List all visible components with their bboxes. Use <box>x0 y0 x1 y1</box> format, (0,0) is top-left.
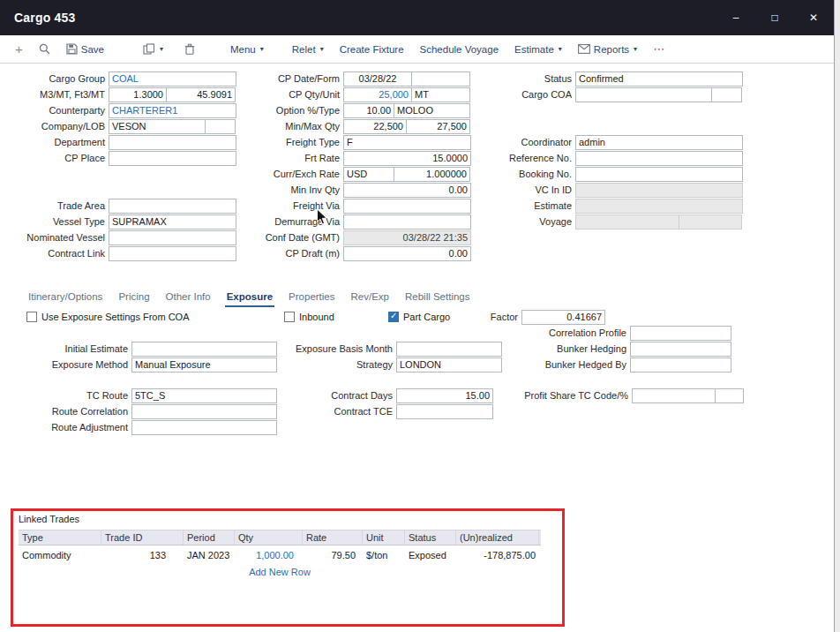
frt-rate-field[interactable]: 15.0000 <box>343 151 471 166</box>
maximize-icon[interactable]: □ <box>769 11 781 24</box>
use-coa-checkbox-row[interactable]: Use Exposure Settings From COA <box>26 310 190 324</box>
lob-field[interactable] <box>205 119 236 134</box>
currency-field[interactable]: USD <box>343 167 394 182</box>
nominated-vessel-field[interactable] <box>109 230 236 245</box>
cell-rate: 79.50 <box>303 550 363 561</box>
demurrage-via-field[interactable] <box>343 214 471 229</box>
linked-trade-row[interactable]: Commodity 133 JAN 2023 1,000.00 79.50 $/… <box>19 545 541 565</box>
col-header-status[interactable]: Status <box>405 530 456 545</box>
tc-route-field[interactable]: 5TC_S <box>131 388 277 403</box>
cp-place-field[interactable] <box>109 151 236 166</box>
more-button[interactable]: ⋯ <box>645 35 673 63</box>
freight-via-field[interactable] <box>343 199 471 214</box>
col-header-rate[interactable]: Rate <box>303 530 363 545</box>
col-header-qty[interactable]: Qty <box>235 530 303 545</box>
vessel-type-field[interactable]: SUPRAMAX <box>109 214 236 229</box>
option-type-field[interactable]: MOLOO <box>394 103 470 118</box>
minimize-icon[interactable]: – <box>730 11 742 24</box>
bunker-hedging-field[interactable] <box>630 342 731 357</box>
profit-share-code-field[interactable] <box>632 388 716 403</box>
schedule-voyage-button[interactable]: Schedule Voyage <box>412 35 507 63</box>
tab-rebill-settings[interactable]: Rebill Settings <box>403 290 472 307</box>
estimate-button[interactable]: Estimate ▾ <box>506 35 570 63</box>
profit-share-pct-field[interactable] <box>715 388 744 403</box>
cargo-editor-window: Cargo 453 – □ ✕ + Save ▾ Menu ▾ Relet ▾ <box>0 0 835 632</box>
menu-button[interactable]: Menu ▾ <box>222 35 272 63</box>
contract-tce-field[interactable] <box>396 404 493 419</box>
cp-unit-field[interactable]: MT <box>411 87 470 102</box>
cp-draft-field[interactable]: 0.00 <box>343 246 471 261</box>
cp-place-row: CP Place <box>7 150 236 166</box>
department-field[interactable] <box>109 135 236 150</box>
copy-button[interactable]: ▾ <box>135 35 171 63</box>
correlation-profile-field[interactable] <box>630 326 731 341</box>
search-button[interactable] <box>31 35 58 63</box>
demurrage-via-label: Demurrage Via <box>247 216 340 227</box>
delete-button[interactable] <box>176 35 203 63</box>
option-type-label: Option %/Type <box>247 105 340 116</box>
bunker-hedged-by-field[interactable] <box>630 357 731 372</box>
reports-button[interactable]: Reports ▾ <box>570 35 645 63</box>
contract-link-field[interactable] <box>109 246 236 261</box>
max-qty-field[interactable]: 27,500 <box>406 119 470 134</box>
col-header-unrealized[interactable]: (Un)realized <box>456 530 539 545</box>
min-inv-qty-field[interactable]: 0.00 <box>343 183 471 198</box>
voyage-field-1 <box>575 214 679 229</box>
trade-area-row: Trade Area <box>7 198 236 214</box>
menu-label: Menu <box>230 44 256 55</box>
initial-estimate-field[interactable] <box>131 342 277 357</box>
tab-properties[interactable]: Properties <box>287 290 336 307</box>
relet-button[interactable]: Relet ▾ <box>284 35 332 63</box>
freight-type-field[interactable]: F <box>343 135 471 150</box>
cell-qty-link[interactable]: 1,000.00 <box>235 550 303 561</box>
min-qty-field[interactable]: 22,500 <box>343 119 407 134</box>
col-header-unit[interactable]: Unit <box>363 530 405 545</box>
route-correlation-field[interactable] <box>131 404 277 419</box>
relet-dropdown-icon: ▾ <box>320 45 324 53</box>
tab-other-info[interactable]: Other Info <box>164 290 213 307</box>
close-icon[interactable]: ✕ <box>807 11 820 24</box>
save-button[interactable]: Save <box>58 35 112 63</box>
col-header-trade-id[interactable]: Trade ID <box>101 530 184 545</box>
reference-no-field[interactable] <box>575 151 743 166</box>
ft3mt-field[interactable]: 45.9091 <box>166 87 236 102</box>
cargo-group-field[interactable]: COAL <box>109 71 236 87</box>
add-button[interactable]: + <box>7 35 31 63</box>
create-fixture-button[interactable]: Create Fixture <box>332 35 412 63</box>
m3mt-field[interactable]: 1.3000 <box>109 87 167 102</box>
route-correlation-label: Route Correlation <box>7 406 128 417</box>
exposure-method-field[interactable]: Manual Exposure <box>131 357 277 372</box>
col-header-period[interactable]: Period <box>184 530 235 545</box>
use-coa-checkbox[interactable] <box>26 312 37 322</box>
status-field[interactable]: Confirmed <box>575 71 743 87</box>
copy-icon <box>143 43 155 55</box>
exch-rate-field[interactable]: 1.000000 <box>394 167 470 182</box>
coordinator-field[interactable]: admin <box>575 135 743 150</box>
copy-dropdown-icon: ▾ <box>160 45 163 53</box>
route-adjustment-field[interactable] <box>131 420 277 435</box>
cp-form-field[interactable] <box>411 71 470 87</box>
col-header-type[interactable]: Type <box>19 530 101 545</box>
cp-qty-field[interactable]: 25,000 <box>343 87 412 102</box>
booking-no-field[interactable] <box>575 167 743 182</box>
trade-area-field[interactable] <box>109 199 236 214</box>
company-field[interactable]: VESON <box>109 119 206 134</box>
tab-rev-exp[interactable]: Rev/Exp <box>349 290 391 307</box>
tab-itinerary-options[interactable]: Itinerary/Options <box>26 290 104 307</box>
conf-date-field: 03/28/22 21:35 <box>343 230 471 245</box>
cargo-coa-field-1[interactable] <box>575 87 712 102</box>
factor-field[interactable]: 0.41667 <box>521 310 605 325</box>
cp-date-field[interactable]: 03/28/22 <box>343 71 412 87</box>
contract-tce-row: Contract TCE <box>265 403 493 419</box>
voyage-label: Voyage <box>476 216 572 227</box>
inbound-checkbox[interactable] <box>284 312 295 322</box>
option-pct-field[interactable]: 10.00 <box>343 103 394 118</box>
tab-exposure[interactable]: Exposure <box>225 290 274 307</box>
cargo-coa-field-2[interactable] <box>711 87 742 102</box>
counterparty-field[interactable]: CHARTERER1 <box>109 103 236 118</box>
inbound-checkbox-row[interactable]: Inbound <box>284 310 334 324</box>
tab-pricing[interactable]: Pricing <box>116 290 151 307</box>
part-cargo-checkbox[interactable] <box>388 312 399 322</box>
add-new-row-link[interactable]: Add New Row <box>19 567 541 577</box>
menu-dropdown-icon: ▾ <box>260 45 264 53</box>
